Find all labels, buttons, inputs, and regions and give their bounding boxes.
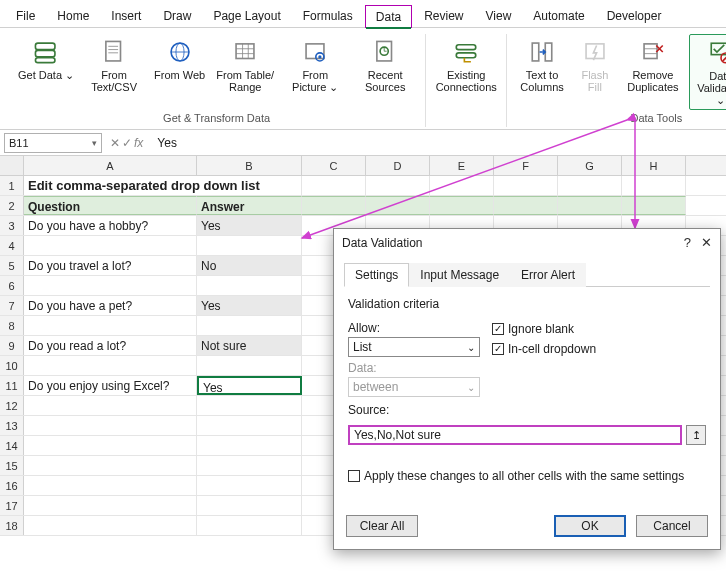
cell[interactable] (24, 456, 197, 475)
cell[interactable] (24, 416, 197, 435)
cell[interactable] (366, 196, 430, 215)
close-icon[interactable]: ✕ (701, 235, 712, 250)
cell[interactable] (24, 496, 197, 515)
cell[interactable] (24, 516, 197, 535)
column-header[interactable]: B (197, 156, 302, 175)
cell[interactable]: Do you enjoy using Excel? (24, 376, 197, 395)
from-text-csv-button[interactable]: From Text/CSV (80, 34, 148, 110)
tab-developer[interactable]: Developer (597, 5, 672, 27)
cell[interactable] (197, 316, 302, 335)
row-header[interactable]: 17 (0, 496, 24, 515)
tab-home[interactable]: Home (47, 5, 99, 27)
dialog-tab-settings[interactable]: Settings (344, 263, 409, 287)
row-header[interactable]: 7 (0, 296, 24, 315)
cell[interactable]: Do you have a hobby? (24, 216, 197, 235)
cell[interactable] (366, 176, 430, 195)
cell[interactable] (494, 196, 558, 215)
cell[interactable]: Yes▼ (197, 376, 302, 395)
cell[interactable] (494, 176, 558, 195)
cell[interactable] (430, 196, 494, 215)
from-picture-button[interactable]: From Picture ⌄ (281, 34, 349, 110)
get-data-button[interactable]: Get Data ⌄ (14, 34, 78, 110)
tab-file[interactable]: File (6, 5, 45, 27)
column-header[interactable]: A (24, 156, 197, 175)
tab-view[interactable]: View (476, 5, 522, 27)
cell[interactable] (24, 476, 197, 495)
fx-icon[interactable]: fx (134, 136, 143, 150)
dialog-tab-error-alert[interactable]: Error Alert (510, 263, 586, 287)
cell[interactable] (197, 236, 302, 255)
cell[interactable] (24, 356, 197, 375)
data-validation-button[interactable]: Data Validation ⌄ (689, 34, 726, 110)
tab-page-layout[interactable]: Page Layout (203, 5, 290, 27)
row-header[interactable]: 18 (0, 516, 24, 535)
cell[interactable]: Do you have a pet? (24, 296, 197, 315)
row-header[interactable]: 5 (0, 256, 24, 275)
cell[interactable]: Do you read a lot? (24, 336, 197, 355)
dialog-titlebar[interactable]: Data Validation ? ✕ (334, 229, 720, 256)
row-header[interactable]: 1 (0, 176, 24, 195)
recent-sources-button[interactable]: Recent Sources (351, 34, 419, 110)
help-button[interactable]: ? (684, 235, 691, 250)
cell[interactable] (24, 436, 197, 455)
column-header[interactable]: G (558, 156, 622, 175)
range-picker-button[interactable]: ↥ (686, 425, 706, 445)
row-header[interactable]: 2 (0, 196, 24, 215)
row-header[interactable]: 15 (0, 456, 24, 475)
tab-draw[interactable]: Draw (153, 5, 201, 27)
cell[interactable]: Yes (197, 296, 302, 315)
cell[interactable] (197, 356, 302, 375)
cell[interactable]: Answer (197, 196, 302, 215)
tab-data[interactable]: Data (365, 5, 412, 28)
cell[interactable] (24, 316, 197, 335)
cell[interactable]: Do you travel a lot? (24, 256, 197, 275)
row-header[interactable]: 4 (0, 236, 24, 255)
column-header[interactable]: D (366, 156, 430, 175)
dropdown-handle[interactable]: ▼ (301, 378, 302, 393)
row-header[interactable]: 6 (0, 276, 24, 295)
row-header[interactable]: 3 (0, 216, 24, 235)
row-header[interactable]: 11 (0, 376, 24, 395)
select-all-corner[interactable] (0, 156, 24, 175)
cell[interactable] (197, 496, 302, 515)
ignore-blank-checkbox[interactable]: ✓Ignore blank (492, 322, 596, 336)
accept-formula-icon[interactable]: ✓ (122, 136, 132, 150)
cell[interactable] (197, 476, 302, 495)
dialog-tab-input-message[interactable]: Input Message (409, 263, 510, 287)
cell[interactable] (558, 176, 622, 195)
cell[interactable] (197, 456, 302, 475)
ok-button[interactable]: OK (554, 515, 626, 537)
cell[interactable]: Question (24, 196, 197, 215)
existing-connections-button[interactable]: Existing Connections (432, 34, 500, 110)
cell[interactable] (197, 396, 302, 415)
cell[interactable]: Not sure (197, 336, 302, 355)
row-header[interactable]: 16 (0, 476, 24, 495)
formula-input[interactable]: Yes (151, 133, 722, 153)
cell[interactable]: Edit comma-separated drop down list (24, 176, 302, 195)
text-to-columns-button[interactable]: Text to Columns (513, 34, 571, 110)
cell[interactable] (430, 176, 494, 195)
cell[interactable] (24, 236, 197, 255)
cell[interactable] (197, 516, 302, 535)
row-header[interactable]: 12 (0, 396, 24, 415)
cell[interactable] (197, 416, 302, 435)
tab-review[interactable]: Review (414, 5, 473, 27)
cell[interactable] (24, 396, 197, 415)
column-header[interactable]: H (622, 156, 686, 175)
cell[interactable] (197, 276, 302, 295)
from-table-range-button[interactable]: From Table/ Range (211, 34, 279, 110)
cell[interactable] (558, 196, 622, 215)
column-header[interactable]: F (494, 156, 558, 175)
cell[interactable] (622, 176, 686, 195)
row-header[interactable]: 10 (0, 356, 24, 375)
tab-automate[interactable]: Automate (523, 5, 594, 27)
row-header[interactable]: 9 (0, 336, 24, 355)
cell[interactable] (24, 276, 197, 295)
cell[interactable] (197, 436, 302, 455)
allow-select[interactable]: List ⌄ (348, 337, 480, 357)
cell[interactable]: Yes (197, 216, 302, 235)
row-header[interactable]: 8 (0, 316, 24, 335)
clear-all-button[interactable]: Clear All (346, 515, 418, 537)
tab-insert[interactable]: Insert (101, 5, 151, 27)
name-box[interactable]: B11 ▾ (4, 133, 102, 153)
